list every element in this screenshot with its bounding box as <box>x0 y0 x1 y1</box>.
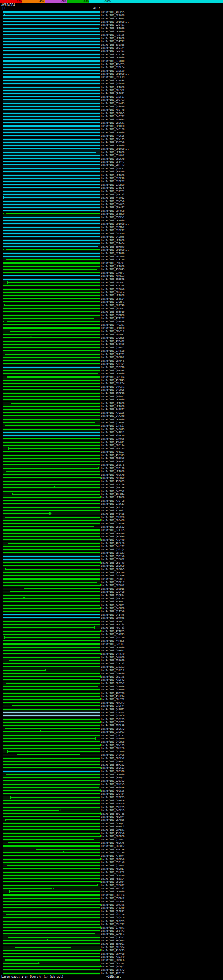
hit-bar[interactable] <box>10 797 100 798</box>
hit-bar[interactable] <box>3 904 100 905</box>
hit-bar[interactable] <box>3 546 100 547</box>
hit-bar[interactable] <box>3 634 100 635</box>
hit-bar[interactable] <box>5 517 100 518</box>
hit-bar[interactable] <box>10 891 100 892</box>
hit-bar[interactable] <box>3 477 100 478</box>
hit-bar[interactable] <box>3 562 100 563</box>
hit-bar[interactable] <box>3 601 100 602</box>
hit-bar[interactable] <box>8 842 100 843</box>
hit-bar[interactable] <box>3 70 100 71</box>
hit-bar[interactable] <box>3 973 100 974</box>
hit-bar[interactable] <box>3 135 100 136</box>
hit-bar[interactable] <box>3 484 100 485</box>
hit-bar[interactable] <box>3 31 100 32</box>
hit-bar[interactable] <box>35 849 100 850</box>
hit-bar[interactable] <box>3 216 100 218</box>
hit-bar[interactable] <box>6 914 100 915</box>
hit-bar[interactable] <box>3 328 100 329</box>
hit-bar[interactable] <box>9 660 100 661</box>
hit-bar[interactable] <box>3 810 59 811</box>
hit-bar[interactable] <box>3 93 100 94</box>
hit-bar[interactable] <box>3 807 100 808</box>
hit-bar[interactable] <box>6 213 100 215</box>
hit-bar[interactable] <box>12 705 100 706</box>
hit-bar[interactable] <box>3 917 100 918</box>
hit-bar[interactable] <box>3 787 99 788</box>
hit-bar[interactable] <box>5 728 100 729</box>
hit-bar[interactable] <box>3 558 100 560</box>
hit-bar[interactable] <box>3 813 100 814</box>
hit-bar[interactable] <box>17 754 80 756</box>
hit-bar[interactable] <box>3 738 96 739</box>
hit-bar[interactable] <box>3 38 100 38</box>
hit-bar[interactable] <box>3 572 100 573</box>
hit-bar[interactable] <box>11 402 100 404</box>
hit-bar[interactable] <box>3 826 100 827</box>
hit-bar[interactable] <box>3 288 100 290</box>
hit-bar[interactable] <box>3 901 100 902</box>
hit-bar[interactable] <box>3 393 100 394</box>
hit-bar[interactable] <box>6 321 100 322</box>
hit-bar[interactable] <box>3 262 100 264</box>
hit-bar[interactable] <box>3 839 95 840</box>
hit-bar[interactable] <box>7 282 100 283</box>
hit-bar[interactable] <box>3 940 100 941</box>
hit-bar[interactable] <box>3 308 100 309</box>
hit-bar[interactable] <box>3 96 100 97</box>
hit-bar[interactable] <box>3 275 100 276</box>
hit-bar[interactable] <box>3 396 100 397</box>
hit-bar[interactable] <box>3 673 100 674</box>
hit-bar[interactable] <box>3 885 98 886</box>
hit-bar[interactable] <box>3 921 100 921</box>
hit-bar[interactable] <box>3 816 100 817</box>
hit-bar[interactable] <box>3 148 100 150</box>
hit-bar[interactable] <box>3 966 100 967</box>
hit-bar[interactable] <box>3 555 100 557</box>
hit-bar[interactable] <box>3 155 100 156</box>
hit-bar[interactable] <box>3 748 100 749</box>
hit-bar[interactable] <box>3 240 100 240</box>
hit-bar[interactable] <box>3 357 100 358</box>
hit-bar[interactable] <box>3 872 100 873</box>
hit-bar[interactable] <box>3 412 100 414</box>
hit-bar[interactable] <box>3 614 100 615</box>
hit-bar[interactable] <box>3 823 100 824</box>
hit-bar[interactable] <box>3 41 100 42</box>
hit-bar[interactable] <box>3 435 100 436</box>
hit-bar[interactable] <box>3 670 45 671</box>
hit-bar[interactable] <box>3 474 100 475</box>
hit-bar[interactable] <box>24 588 100 589</box>
hit-bar[interactable] <box>3 924 100 925</box>
hit-bar[interactable] <box>3 256 100 257</box>
hit-bar[interactable] <box>3 855 100 856</box>
hit-bar[interactable] <box>3 725 100 726</box>
hit-bar[interactable] <box>3 757 100 759</box>
hit-bar[interactable] <box>3 679 100 680</box>
hit-bar[interactable] <box>3 767 100 768</box>
hit-bar[interactable] <box>3 953 100 954</box>
hit-bar[interactable] <box>3 907 100 908</box>
hit-bar[interactable] <box>8 542 100 544</box>
hit-bar[interactable] <box>3 409 100 410</box>
hit-bar[interactable] <box>3 161 100 162</box>
hit-bar[interactable] <box>3 790 100 791</box>
hit-bar[interactable] <box>6 471 100 472</box>
hit-bar[interactable] <box>3 777 100 778</box>
hit-bar[interactable] <box>3 608 100 609</box>
hit-bar[interactable] <box>3 667 100 667</box>
hit-bar[interactable] <box>3 930 100 931</box>
hit-bar[interactable] <box>3 598 100 599</box>
hit-bar[interactable] <box>5 425 100 426</box>
hit-bar[interactable] <box>6 259 100 260</box>
hit-bar[interactable] <box>3 80 100 81</box>
hit-bar[interactable] <box>3 194 100 195</box>
hit-bar[interactable] <box>3 650 100 651</box>
hit-bar[interactable] <box>3 536 100 537</box>
hit-bar[interactable] <box>3 279 100 280</box>
hit-bar[interactable] <box>3 617 100 619</box>
hit-bar[interactable] <box>3 90 100 91</box>
hit-bar[interactable] <box>3 123 100 123</box>
hit-bar[interactable] <box>3 227 100 228</box>
hit-bar[interactable] <box>3 927 100 928</box>
hit-bar[interactable] <box>3 164 100 165</box>
